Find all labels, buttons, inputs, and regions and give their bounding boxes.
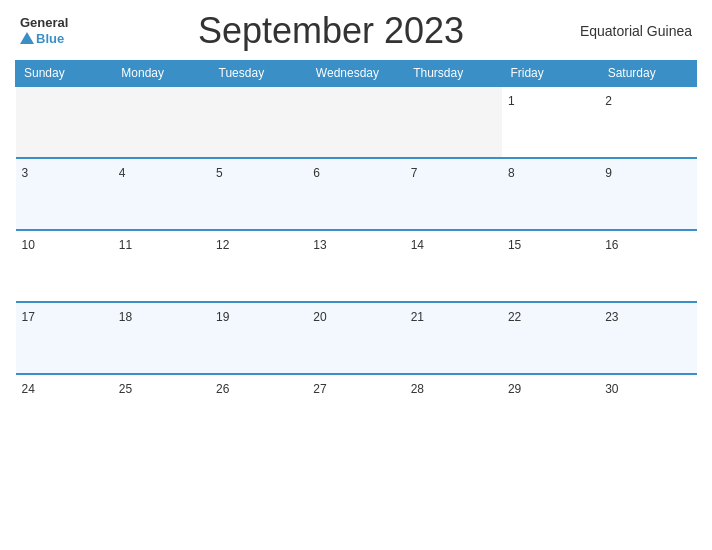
calendar-day: 11 xyxy=(113,230,210,302)
month-title: September 2023 xyxy=(110,10,552,52)
week-row-5: 24252627282930 xyxy=(16,374,697,446)
calendar-day: 30 xyxy=(599,374,696,446)
calendar-day: 5 xyxy=(210,158,307,230)
calendar-day xyxy=(210,86,307,158)
header-saturday: Saturday xyxy=(599,61,696,87)
day-number: 19 xyxy=(216,310,229,324)
week-row-4: 17181920212223 xyxy=(16,302,697,374)
calendar-day: 27 xyxy=(307,374,404,446)
header-tuesday: Tuesday xyxy=(210,61,307,87)
day-number: 18 xyxy=(119,310,132,324)
day-number: 28 xyxy=(411,382,424,396)
calendar-day: 21 xyxy=(405,302,502,374)
calendar-day: 16 xyxy=(599,230,696,302)
logo-triangle-icon xyxy=(20,32,34,44)
calendar-container: General Blue September 2023 Equatorial G… xyxy=(0,0,712,550)
day-number: 3 xyxy=(22,166,29,180)
day-number: 8 xyxy=(508,166,515,180)
calendar-day: 23 xyxy=(599,302,696,374)
calendar-day: 26 xyxy=(210,374,307,446)
header-sunday: Sunday xyxy=(16,61,113,87)
day-number: 21 xyxy=(411,310,424,324)
day-number: 10 xyxy=(22,238,35,252)
day-number: 29 xyxy=(508,382,521,396)
day-number: 15 xyxy=(508,238,521,252)
day-number: 24 xyxy=(22,382,35,396)
calendar-day: 13 xyxy=(307,230,404,302)
day-number: 14 xyxy=(411,238,424,252)
calendar-day: 29 xyxy=(502,374,599,446)
day-number: 27 xyxy=(313,382,326,396)
day-number: 5 xyxy=(216,166,223,180)
day-number: 9 xyxy=(605,166,612,180)
calendar-day: 8 xyxy=(502,158,599,230)
day-number: 13 xyxy=(313,238,326,252)
calendar-day: 2 xyxy=(599,86,696,158)
calendar-day: 1 xyxy=(502,86,599,158)
calendar-day xyxy=(113,86,210,158)
calendar-day: 19 xyxy=(210,302,307,374)
calendar-day: 7 xyxy=(405,158,502,230)
day-number: 20 xyxy=(313,310,326,324)
logo-blue-row: Blue xyxy=(20,31,64,46)
day-number: 12 xyxy=(216,238,229,252)
header-friday: Friday xyxy=(502,61,599,87)
calendar-day: 25 xyxy=(113,374,210,446)
day-number: 22 xyxy=(508,310,521,324)
calendar-day: 12 xyxy=(210,230,307,302)
calendar-day: 17 xyxy=(16,302,113,374)
calendar-day xyxy=(405,86,502,158)
day-number: 2 xyxy=(605,94,612,108)
day-number: 30 xyxy=(605,382,618,396)
calendar-day: 18 xyxy=(113,302,210,374)
calendar-day: 4 xyxy=(113,158,210,230)
day-number: 11 xyxy=(119,238,132,252)
calendar-day: 28 xyxy=(405,374,502,446)
day-number: 4 xyxy=(119,166,126,180)
week-row-1: 12 xyxy=(16,86,697,158)
logo-general-text: General xyxy=(20,16,68,30)
header-wednesday: Wednesday xyxy=(307,61,404,87)
calendar-header: General Blue September 2023 Equatorial G… xyxy=(15,10,697,52)
day-number: 25 xyxy=(119,382,132,396)
calendar-day: 20 xyxy=(307,302,404,374)
calendar-day: 14 xyxy=(405,230,502,302)
week-row-3: 10111213141516 xyxy=(16,230,697,302)
calendar-day: 6 xyxy=(307,158,404,230)
calendar-day xyxy=(16,86,113,158)
logo-blue-text: Blue xyxy=(36,31,64,46)
day-number: 7 xyxy=(411,166,418,180)
calendar-day: 15 xyxy=(502,230,599,302)
calendar-day: 9 xyxy=(599,158,696,230)
calendar-day: 24 xyxy=(16,374,113,446)
week-row-2: 3456789 xyxy=(16,158,697,230)
calendar-day: 3 xyxy=(16,158,113,230)
header-thursday: Thursday xyxy=(405,61,502,87)
calendar-day: 22 xyxy=(502,302,599,374)
day-number: 16 xyxy=(605,238,618,252)
day-number: 1 xyxy=(508,94,515,108)
country-name: Equatorial Guinea xyxy=(552,23,692,39)
day-number: 23 xyxy=(605,310,618,324)
logo: General Blue xyxy=(20,16,110,45)
header-monday: Monday xyxy=(113,61,210,87)
calendar-day xyxy=(307,86,404,158)
calendar-grid: Sunday Monday Tuesday Wednesday Thursday… xyxy=(15,60,697,446)
calendar-day: 10 xyxy=(16,230,113,302)
weekday-header-row: Sunday Monday Tuesday Wednesday Thursday… xyxy=(16,61,697,87)
day-number: 26 xyxy=(216,382,229,396)
day-number: 6 xyxy=(313,166,320,180)
day-number: 17 xyxy=(22,310,35,324)
